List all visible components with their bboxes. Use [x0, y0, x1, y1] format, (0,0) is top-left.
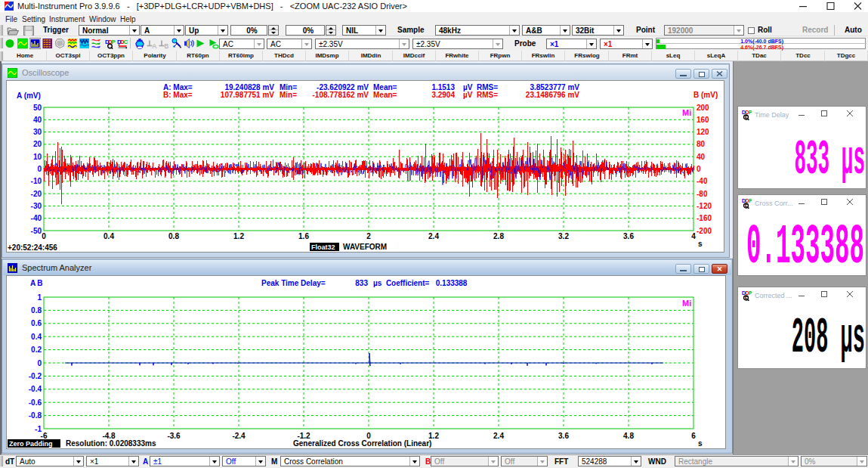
- svg-text:-3.6: -3.6: [167, 432, 181, 440]
- svg-text:-40: -40: [31, 214, 42, 222]
- svg-text:0.2: 0.2: [31, 346, 42, 354]
- svg-text:-0.4: -0.4: [29, 385, 42, 393]
- svg-text:3.2: 3.2: [558, 232, 569, 240]
- svg-text:-40: -40: [697, 177, 708, 185]
- svg-text:120: 120: [697, 128, 709, 136]
- svg-text:0.4: 0.4: [31, 333, 42, 341]
- svg-text:C: C: [124, 39, 128, 45]
- svg-text:0: 0: [697, 165, 701, 173]
- svg-text:-200: -200: [697, 227, 712, 235]
- svg-text:0.8: 0.8: [31, 306, 42, 315]
- svg-text:B: B: [165, 42, 169, 50]
- svg-text:+20:52:24:456: +20:52:24:456: [8, 243, 57, 252]
- svg-text:P: P: [112, 39, 116, 45]
- svg-text:Mi: Mi: [682, 108, 691, 117]
- svg-text:0.8: 0.8: [168, 232, 179, 240]
- svg-text:80: 80: [697, 140, 706, 148]
- svg-text:3.6: 3.6: [558, 432, 569, 440]
- svg-text:0: 0: [37, 165, 42, 173]
- svg-text:-0.8: -0.8: [29, 411, 42, 420]
- svg-text:2.8: 2.8: [493, 232, 504, 240]
- svg-text:s: s: [698, 240, 703, 248]
- svg-text:40: 40: [697, 153, 706, 161]
- svg-text:20: 20: [33, 140, 42, 148]
- svg-text:-20: -20: [31, 190, 42, 198]
- svg-text:Zero Padding: Zero Padding: [9, 440, 53, 448]
- svg-text:3.6: 3.6: [623, 232, 634, 240]
- svg-text:A: A: [153, 42, 157, 50]
- svg-text:-80: -80: [697, 190, 708, 198]
- svg-text:6: 6: [691, 432, 696, 440]
- svg-text:40: 40: [33, 116, 42, 124]
- svg-text:10: 10: [33, 153, 42, 161]
- svg-text:50: 50: [33, 104, 42, 112]
- svg-text:208 µs: 208 µs: [792, 310, 865, 367]
- svg-text:-160: -160: [697, 214, 712, 222]
- svg-text:Resolution: 0.0208333ms: Resolution: 0.0208333ms: [66, 439, 156, 448]
- svg-text:-0.2: -0.2: [29, 372, 42, 380]
- svg-text:2: 2: [366, 232, 371, 240]
- svg-text:1: 1: [37, 293, 42, 302]
- svg-text:-30: -30: [31, 202, 42, 210]
- svg-text:Mi: Mi: [682, 299, 691, 308]
- svg-text:s: s: [698, 439, 703, 448]
- svg-text:2.4: 2.4: [428, 232, 439, 240]
- svg-text:1.6: 1.6: [298, 232, 309, 240]
- svg-text:0: 0: [37, 359, 42, 367]
- svg-text:0.133388: 0.133388: [746, 215, 864, 277]
- svg-text:-10: -10: [31, 177, 42, 185]
- svg-text:-50: -50: [31, 227, 42, 235]
- svg-text:160: 160: [697, 116, 709, 124]
- svg-text:Float32: Float32: [311, 243, 335, 251]
- svg-text:4.8: 4.8: [623, 432, 634, 440]
- svg-text:-0.6: -0.6: [29, 398, 42, 407]
- svg-text:833 µs: 833 µs: [794, 132, 865, 188]
- svg-text:WAVEFORM: WAVEFORM: [343, 243, 387, 251]
- svg-text:200: 200: [697, 104, 709, 112]
- svg-text:-2.4: -2.4: [232, 432, 246, 440]
- svg-text:Generalized Cross Correlation: Generalized Cross Correlation (Linear): [293, 439, 431, 448]
- svg-text:30: 30: [33, 128, 42, 136]
- svg-text:-120: -120: [697, 202, 712, 210]
- svg-text:4: 4: [691, 232, 696, 240]
- svg-text:2.4: 2.4: [493, 432, 504, 440]
- svg-text:0.4: 0.4: [103, 232, 114, 240]
- svg-text:0: 0: [42, 232, 46, 240]
- svg-text:0.6: 0.6: [31, 319, 42, 327]
- svg-text:1.2: 1.2: [233, 232, 244, 240]
- svg-text:-6: -6: [41, 432, 48, 440]
